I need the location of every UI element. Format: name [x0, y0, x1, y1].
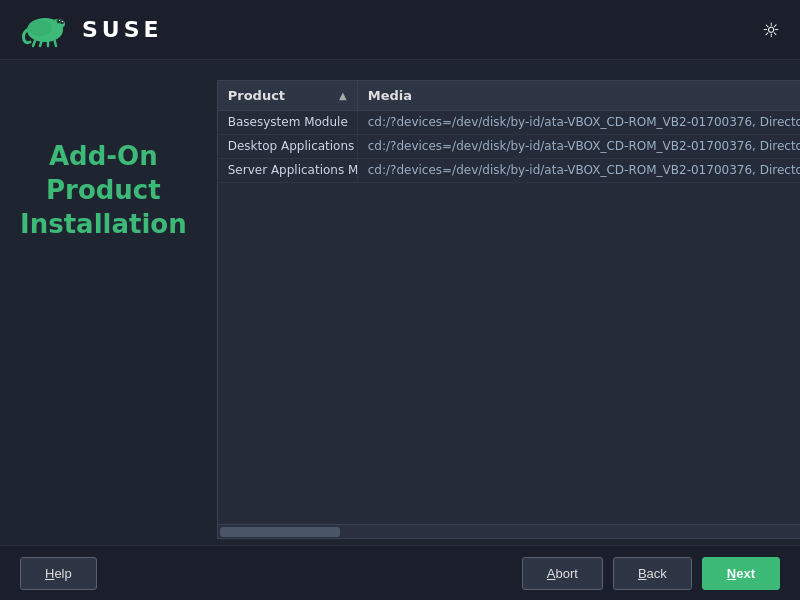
main-content: Add-On Product Installation Product ▲ Me… [0, 60, 800, 600]
table-scrollbar[interactable] [218, 524, 800, 538]
help-button[interactable]: Help [20, 557, 97, 590]
col-product-header[interactable]: Product ▲ [218, 81, 358, 110]
svg-point-6 [59, 20, 60, 21]
svg-point-5 [58, 20, 61, 23]
row-media-cell: cd:/?devices=/dev/disk/by-id/ata-VBOX_CD… [358, 111, 800, 134]
row-product-cell: Server Applications Module [218, 159, 358, 182]
nav-right: Abort Back Next [522, 557, 780, 590]
table-header: Product ▲ Media [218, 81, 800, 111]
suse-logo-icon [20, 8, 70, 51]
addon-table: Product ▲ Media Basesystem Modulecd:/?de… [217, 80, 800, 539]
svg-point-11 [28, 20, 52, 36]
sort-arrow-icon: ▲ [339, 90, 347, 101]
row-media-cell: cd:/?devices=/dev/disk/by-id/ata-VBOX_CD… [358, 159, 800, 182]
col-media-header: Media [358, 81, 800, 110]
back-button[interactable]: Back [613, 557, 692, 590]
svg-point-3 [62, 21, 64, 23]
table-body: Basesystem Modulecd:/?devices=/dev/disk/… [218, 111, 800, 524]
header: SUSE ☼ [0, 0, 800, 60]
abort-button[interactable]: Abort [522, 557, 603, 590]
row-product-cell: Desktop Applications Module [218, 135, 358, 158]
table-row[interactable]: Basesystem Modulecd:/?devices=/dev/disk/… [218, 111, 800, 135]
settings-icon[interactable]: ☼ [762, 18, 780, 42]
page-title: Add-On Product Installation [20, 140, 187, 241]
table-row[interactable]: Server Applications Modulecd:/?devices=/… [218, 159, 800, 183]
table-row[interactable]: Desktop Applications Modulecd:/?devices=… [218, 135, 800, 159]
scrollbar-thumb[interactable] [220, 527, 340, 537]
logo-area: SUSE [20, 8, 163, 51]
row-product-cell: Basesystem Module [218, 111, 358, 134]
help-label-rest: elp [54, 566, 71, 581]
row-media-cell: cd:/?devices=/dev/disk/by-id/ata-VBOX_CD… [358, 135, 800, 158]
sidebar: Add-On Product Installation [0, 60, 207, 600]
next-button[interactable]: Next [702, 557, 780, 590]
bottom-nav: Help Abort Back Next [0, 545, 800, 600]
right-panel: Product ▲ Media Basesystem Modulecd:/?de… [207, 60, 800, 600]
logo-text: SUSE [82, 17, 163, 42]
